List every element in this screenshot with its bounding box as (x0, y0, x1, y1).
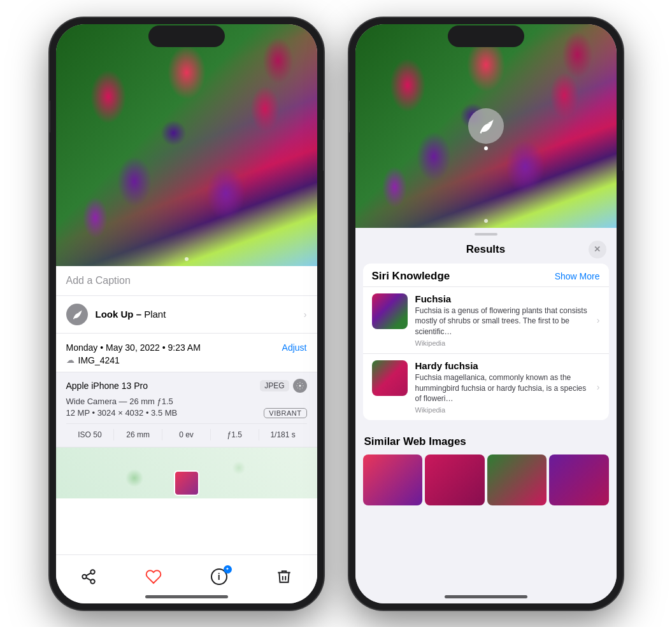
results-header: Results ✕ (355, 238, 617, 264)
device-name-row: Apple iPhone 13 Pro JPEG (66, 379, 307, 393)
lookup-row[interactable]: Look Up – Plant › (56, 296, 317, 334)
right-flower-photo (355, 24, 617, 228)
share-icon (80, 568, 97, 585)
jpeg-badge: JPEG (260, 380, 289, 391)
fuchsia-description: Fuchsia is a genus of flowering plants t… (415, 306, 589, 337)
visual-lookup-button[interactable] (468, 108, 504, 144)
exif-shutter: 1/181 s (259, 429, 307, 440)
left-phone: Add a Caption Look Up – Plant › Monday •… (50, 18, 324, 610)
exif-iso: ISO 50 (66, 429, 115, 440)
show-more-button[interactable]: Show More (555, 271, 600, 281)
cloud-icon: ☁ (66, 355, 75, 365)
size-value: 3.5 MB (151, 408, 177, 418)
siri-knowledge-section: Siri Knowledge Show More Fuchsia Fuchsia… (363, 264, 609, 421)
device-section: Apple iPhone 13 Pro JPEG Wide Camera — 2… (56, 372, 317, 447)
right-phone: Results ✕ Siri Knowledge Show More (349, 18, 623, 610)
vibrant-badge: VIBRANT (264, 408, 306, 418)
hardy-description: Fuchsia magellanica, commonly known as t… (415, 372, 589, 404)
hardy-text: Hardy fuchsia Fuchsia magellanica, commo… (415, 360, 589, 414)
date-section: Monday • May 30, 2022 • 9:23 AM Adjust ☁… (56, 334, 317, 372)
share-button[interactable] (75, 563, 103, 591)
leaf-icon (71, 309, 83, 320)
info-section: Look Up – Plant › Monday • May 30, 2022 … (56, 296, 317, 554)
map-section[interactable] (56, 447, 317, 498)
mp-row: 12 MP • 3024 × 4032 • 3.5 MB VIBRANT (66, 408, 307, 418)
heart-icon (145, 568, 162, 585)
right-phone-screen: Results ✕ Siri Knowledge Show More (355, 24, 617, 603)
hardy-thumbnail (372, 360, 408, 396)
map-thumbnail (174, 470, 199, 496)
fuchsia-text: Fuchsia Fuchsia is a genus of flowering … (415, 293, 589, 347)
hardy-chevron: › (597, 382, 600, 392)
visual-lookup-icon (66, 304, 88, 325)
photo-dot-indicator (185, 257, 189, 261)
photo-area[interactable] (56, 24, 317, 266)
fuchsia-source: Wikipedia (415, 339, 589, 347)
results-handle[interactable] (475, 233, 497, 236)
trash-icon (276, 568, 292, 585)
similar-section-title: Similar Web Images (363, 430, 609, 454)
results-content: Siri Knowledge Show More Fuchsia Fuchsia… (355, 264, 617, 603)
date-row: Monday • May 30, 2022 • 9:23 AM Adjust (66, 342, 307, 353)
siri-knowledge-title: Siri Knowledge (372, 270, 450, 283)
caption-placeholder[interactable]: Add a Caption (66, 275, 131, 286)
sparkle-icon: ✦ (225, 567, 229, 572)
gear-icon[interactable] (293, 379, 307, 393)
svg-point-0 (299, 384, 301, 386)
favorite-button[interactable] (139, 563, 168, 591)
mp-value: 12 MP (66, 408, 90, 418)
device-name: Apple iPhone 13 Pro (66, 381, 148, 391)
gear-svg (296, 382, 304, 390)
exif-focal: 26 mm (114, 429, 162, 440)
similar-images-grid (363, 454, 609, 505)
size-spacer: • (146, 408, 151, 418)
info-btn-wrapper: i ✦ (209, 567, 229, 587)
exif-ev: 0 ev (162, 429, 211, 440)
close-icon: ✕ (594, 244, 601, 254)
filename-text: IMG_4241 (78, 355, 120, 365)
filename-row: ☁ IMG_4241 (66, 355, 307, 365)
similar-image-3[interactable] (487, 454, 547, 505)
similar-image-2[interactable] (425, 454, 485, 505)
right-phone-notch (448, 25, 524, 47)
mp-text: 12 MP • 3024 × 4032 • 3.5 MB (66, 408, 178, 418)
exif-aperture: ƒ1.5 (211, 429, 259, 440)
siri-knowledge-header: Siri Knowledge Show More (363, 264, 609, 286)
delete-button[interactable] (270, 563, 298, 591)
fuchsia-name: Fuchsia (415, 293, 589, 304)
visual-lookup-dot (484, 146, 488, 150)
results-panel: Results ✕ Siri Knowledge Show More (355, 228, 617, 603)
phone-notch (148, 25, 225, 47)
knowledge-item-fuchsia[interactable]: Fuchsia Fuchsia is a genus of flowering … (363, 286, 609, 353)
hardy-source: Wikipedia (415, 406, 589, 414)
fuchsia-thumbnail (372, 293, 408, 329)
info-button[interactable]: i ✦ (205, 563, 233, 591)
camera-detail: Wide Camera — 26 mm ƒ1.5 (66, 397, 307, 406)
caption-area[interactable]: Add a Caption (56, 266, 317, 296)
resolution-spacer: • (92, 408, 97, 418)
right-home-indicator (445, 595, 527, 598)
info-badge: ✦ (224, 565, 232, 574)
home-indicator (145, 595, 228, 598)
right-photo-area[interactable] (355, 24, 617, 228)
hardy-name: Hardy fuchsia (415, 360, 589, 371)
adjust-button[interactable]: Adjust (282, 342, 307, 353)
similar-images-section: Similar Web Images (363, 430, 609, 505)
lookup-chevron: › (304, 309, 307, 320)
lookup-bold: Look Up – (96, 309, 142, 320)
right-photo-dot (484, 219, 488, 223)
similar-image-4[interactable] (549, 454, 609, 505)
similar-image-1[interactable] (363, 454, 423, 505)
exif-row: ISO 50 26 mm 0 ev ƒ1.5 1/181 s (66, 423, 307, 440)
results-close-button[interactable]: ✕ (589, 241, 606, 258)
lookup-regular: Plant (141, 309, 166, 320)
device-badges: JPEG (260, 379, 306, 393)
resolution-value: 3024 × 4032 (97, 408, 144, 418)
date-text: Monday • May 30, 2022 • 9:23 AM (66, 342, 201, 353)
knowledge-item-hardy[interactable]: Hardy fuchsia Fuchsia magellanica, commo… (363, 353, 609, 420)
fuchsia-chevron: › (597, 315, 600, 325)
flower-decoration (56, 24, 317, 266)
flower-photo (56, 24, 317, 266)
lookup-text: Look Up – Plant (96, 309, 166, 320)
results-title: Results (466, 243, 505, 256)
